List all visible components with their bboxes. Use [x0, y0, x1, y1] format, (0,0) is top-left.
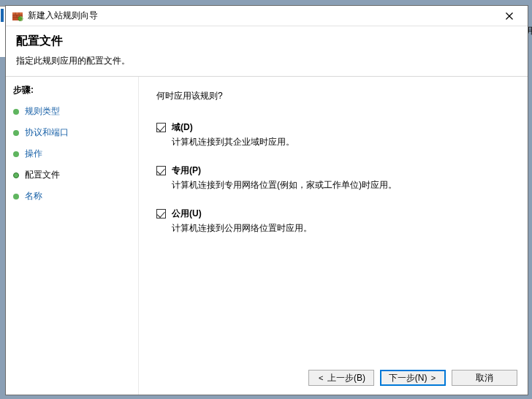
- firewall-icon: [12, 10, 23, 22]
- next-label: 下一步(N): [389, 372, 428, 384]
- option-domain-label[interactable]: 域(D): [172, 121, 193, 134]
- step-label: 操作: [25, 148, 42, 160]
- svg-rect-1: [12, 12, 23, 15]
- step-bullet-icon: [13, 109, 19, 115]
- sidebar-heading: 步骤:: [13, 84, 132, 96]
- step-label: 规则类型: [25, 105, 60, 118]
- step-bullet-icon: [13, 151, 19, 157]
- close-icon: [506, 12, 513, 20]
- option-public-desc: 计算机连接到公用网络位置时应用。: [172, 222, 510, 235]
- step-bullet-icon: [13, 172, 19, 178]
- back-label: 上一步(B): [327, 372, 365, 384]
- wizard-footer: < 上一步(B) 下一步(N) > 取消: [308, 370, 517, 386]
- cancel-button[interactable]: 取消: [452, 370, 517, 386]
- wizard-window: 新建入站规则向导 配置文件 指定此规则应用的配置文件。 步骤: 规则类型 协议和…: [5, 5, 528, 395]
- checkbox-domain[interactable]: [156, 123, 166, 132]
- page-subtitle: 指定此规则应用的配置文件。: [16, 55, 517, 67]
- checkbox-public[interactable]: [156, 209, 166, 218]
- option-domain: 域(D) 计算机连接到其企业域时应用。: [156, 121, 510, 148]
- chevron-right-icon: >: [431, 373, 436, 382]
- titlebar: 新建入站规则向导: [6, 6, 528, 26]
- page-title: 配置文件: [16, 34, 517, 49]
- window-title: 新建入站规则向导: [28, 10, 494, 22]
- option-private-desc: 计算机连接到专用网络位置(例如，家或工作单位)时应用。: [172, 179, 510, 191]
- step-action[interactable]: 操作: [12, 145, 132, 163]
- step-bullet-icon: [13, 130, 19, 136]
- step-protocol-port[interactable]: 协议和端口: [12, 123, 132, 142]
- chevron-left-icon: <: [319, 373, 323, 382]
- wizard-header: 配置文件 指定此规则应用的配置文件。: [6, 26, 528, 76]
- step-label: 配置文件: [25, 169, 60, 181]
- wizard-sidebar: 步骤: 规则类型 协议和端口 操作 配置文件 名称: [6, 77, 139, 395]
- step-bullet-icon: [13, 194, 19, 200]
- background-selection: [1, 9, 4, 22]
- wizard-content: 何时应用该规则? 域(D) 计算机连接到其企业域时应用。 专用(P) 计算机连接…: [139, 77, 528, 395]
- close-button[interactable]: [494, 7, 525, 25]
- option-public: 公用(U) 计算机连接到公用网络位置时应用。: [156, 208, 510, 235]
- step-rule-type[interactable]: 规则类型: [12, 102, 132, 121]
- checkbox-private[interactable]: [156, 166, 166, 175]
- option-domain-desc: 计算机连接到其企业域时应用。: [172, 136, 510, 148]
- back-button[interactable]: < 上一步(B): [308, 370, 374, 386]
- option-public-label[interactable]: 公用(U): [172, 208, 202, 220]
- content-prompt: 何时应用该规则?: [156, 90, 510, 102]
- option-private-label[interactable]: 专用(P): [172, 164, 201, 177]
- option-private: 专用(P) 计算机连接到专用网络位置(例如，家或工作单位)时应用。: [156, 164, 510, 191]
- step-name[interactable]: 名称: [12, 187, 132, 205]
- step-label: 协议和端口: [25, 126, 69, 139]
- step-profile[interactable]: 配置文件: [12, 166, 132, 184]
- step-label: 名称: [25, 190, 42, 202]
- wizard-body: 步骤: 规则类型 协议和端口 操作 配置文件 名称 何时应用该规则? 域(D) …: [6, 76, 528, 395]
- next-button[interactable]: 下一步(N) >: [380, 370, 446, 386]
